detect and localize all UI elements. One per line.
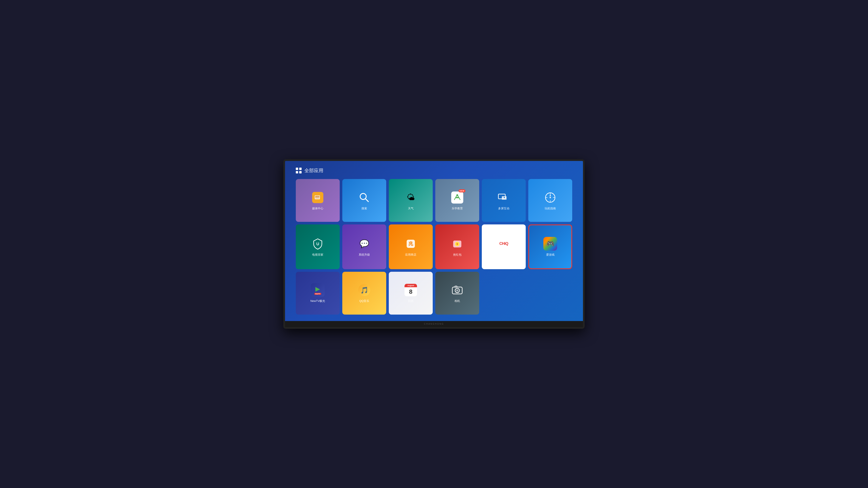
apps-icon	[296, 168, 302, 174]
app-tile-tv-manager[interactable]: U 电视管家	[296, 224, 340, 269]
app-label-newtv: NewTV极光	[310, 299, 325, 303]
app-tile-newtv[interactable]: ▶ NewTV NewTV极光	[296, 272, 340, 315]
app-icon-chiq-tv: CHiQ	[497, 237, 510, 251]
app-icon-app-store: 兆	[404, 237, 417, 251]
app-icon-newtv: ▶ NewTV	[311, 283, 324, 297]
app-tile-play-guide[interactable]: 玩机指南	[528, 179, 572, 222]
app-tile-multiscreen[interactable]: 多屏互动	[482, 179, 526, 222]
app-tile-system-upgrade[interactable]: 💬 系统升级	[342, 224, 386, 269]
app-icon-play-guide	[544, 191, 557, 204]
app-label-chiq-tv: CHiQ电视	[497, 253, 510, 257]
app-tile-camera[interactable]: 相机	[435, 272, 479, 315]
app-label-camera: 相机	[455, 299, 460, 303]
app-icon-tv-manager: U	[311, 237, 324, 251]
tv-frame: 全部应用 media 媒体中心 搜索 🌤 天气 NEW	[283, 159, 585, 329]
app-label-multiscreen: 多屏互动	[498, 206, 509, 210]
app-icon-camera	[451, 283, 464, 297]
app-label-media-center: 媒体中心	[312, 206, 323, 210]
svg-text:¥: ¥	[456, 242, 458, 246]
app-tile-aiyouxi[interactable]: 🎮 爱游戏	[528, 224, 572, 269]
app-tile-media-center[interactable]: media 媒体中心	[296, 179, 340, 222]
app-icon-system-upgrade: 💬	[358, 237, 371, 251]
svg-point-5	[456, 194, 458, 196]
app-tile-weather[interactable]: 🌤 天气	[389, 179, 433, 222]
page-title: 全部应用	[304, 167, 323, 174]
app-tile-app-store[interactable]: 兆 应用商店	[389, 224, 433, 269]
header: 全部应用	[296, 167, 572, 174]
app-label-weather: 天气	[408, 206, 413, 210]
app-label-qq-music: QQ音乐	[359, 299, 369, 303]
svg-text:U: U	[316, 242, 319, 246]
app-tile-search[interactable]: 搜索	[342, 179, 386, 222]
app-icon-weather: 🌤	[404, 191, 417, 204]
app-label-lexue-education: 乐学教育	[452, 206, 463, 210]
app-label-tv-manager: 电视管家	[312, 253, 323, 257]
app-label-system-upgrade: 系统升级	[359, 253, 370, 257]
svg-rect-25	[455, 286, 457, 287]
tv-screen: 全部应用 media 媒体中心 搜索 🌤 天气 NEW	[285, 161, 583, 321]
app-icon-lexue-education: NEW	[451, 191, 464, 204]
app-label-app-store: 应用商店	[405, 253, 416, 257]
app-tile-lexue-education[interactable]: NEW 乐学教育	[435, 179, 479, 222]
app-icon-calendar: August 8	[404, 283, 417, 297]
app-label-search: 搜索	[362, 206, 367, 210]
tv-brand: CHANGHONG	[424, 323, 444, 325]
app-label-aiyouxi: 爱游戏	[546, 253, 555, 257]
app-tile-red-packet[interactable]: ¥ 抢红包	[435, 224, 479, 269]
svg-text:兆: 兆	[408, 241, 413, 247]
svg-point-24	[456, 289, 458, 292]
app-tile-calendar[interactable]: August 8 日历	[389, 272, 433, 315]
app-tile-qq-music[interactable]: 🎵 QQ音乐	[342, 272, 386, 315]
svg-text:media: media	[315, 196, 320, 198]
app-icon-multiscreen	[497, 191, 510, 204]
apps-grid: media 媒体中心 搜索 🌤 天气 NEW 乐学教育 多屏互动	[296, 179, 572, 315]
svg-line-4	[365, 199, 368, 202]
app-icon-qq-music: 🎵	[358, 283, 371, 297]
new-badge: NEW	[459, 189, 466, 192]
app-label-red-packet: 抢红包	[453, 253, 462, 257]
tv-bezel: CHANGHONG	[285, 321, 583, 327]
svg-point-10	[550, 197, 551, 198]
svg-marker-15	[550, 194, 551, 196]
app-icon-red-packet: ¥	[451, 237, 464, 251]
app-icon-aiyouxi: 🎮	[544, 237, 557, 251]
app-tile-chiq-tv[interactable]: CHiQ CHiQ电视	[482, 224, 526, 269]
app-icon-media-center: media	[311, 191, 324, 204]
app-label-calendar: 日历	[408, 299, 413, 303]
app-label-play-guide: 玩机指南	[545, 206, 556, 210]
app-icon-search	[358, 191, 371, 204]
